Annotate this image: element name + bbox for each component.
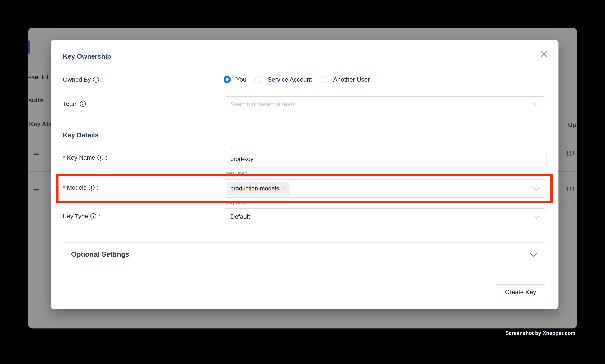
key-type-label: Key Type : (63, 213, 100, 220)
owned-by-label: Owned By : (63, 76, 103, 83)
close-icon[interactable] (540, 50, 548, 58)
watermark-text: Screenshot by Xnapper.com (505, 330, 575, 336)
key-type-selected-value: Default (230, 213, 250, 220)
remove-tag-icon[interactable]: × (282, 185, 286, 192)
info-icon (97, 155, 103, 161)
chevron-down-icon (533, 100, 540, 106)
optional-settings-label: Optional Settings (71, 250, 129, 259)
models-select[interactable]: production-models × (224, 179, 546, 198)
radio-selected-icon (224, 76, 231, 83)
radio-unselected-icon (321, 76, 328, 83)
info-icon (93, 77, 99, 83)
team-label-text: Team (63, 100, 78, 107)
create-key-button[interactable]: Create Key (495, 284, 546, 300)
team-label: Team : (63, 100, 90, 107)
key-type-select[interactable]: Default (224, 208, 546, 225)
team-select-placeholder: Search or select a team (230, 101, 296, 108)
owned-by-radio-group: You Service Account Another User (224, 76, 370, 83)
chevron-down-icon (533, 184, 540, 191)
label-colon: : (99, 213, 100, 220)
radio-label: Service Account (268, 76, 312, 83)
key-name-validation-message: required (226, 170, 248, 177)
screenshot-canvas: eset Filt sults Key Alia Up 11/ 11/ Key … (0, 0, 605, 364)
radio-option-you[interactable]: You (224, 76, 246, 83)
models-validation-message: required (226, 199, 248, 206)
label-colon: : (101, 76, 103, 83)
info-icon (89, 185, 95, 191)
label-colon: : (97, 184, 99, 191)
label-colon: : (106, 154, 107, 161)
chevron-down-icon (533, 213, 540, 219)
section-title-key-ownership: Key Ownership (63, 52, 111, 60)
optional-settings-toggle[interactable]: Optional Settings (63, 242, 546, 266)
models-label-text: Models (67, 184, 87, 191)
selected-model-tag: production-models × (227, 182, 290, 195)
key-type-label-text: Key Type (63, 213, 88, 220)
team-select[interactable]: Search or select a team (224, 96, 546, 112)
key-name-input[interactable] (224, 151, 546, 168)
info-icon (90, 213, 96, 219)
radio-unselected-icon (255, 76, 262, 83)
key-name-label-text: Key Name (67, 154, 95, 161)
create-key-modal: Key Ownership Owned By : You Service Acc… (51, 40, 558, 309)
radio-option-another-user[interactable]: Another User (321, 76, 370, 83)
radio-label: Another User (333, 76, 370, 83)
required-asterisk: * (63, 184, 65, 191)
required-asterisk: * (63, 154, 65, 161)
models-label: * Models : (63, 184, 99, 191)
owned-by-label-text: Owned By (63, 76, 91, 83)
radio-label: You (236, 76, 246, 83)
key-name-label: * Key Name : (63, 154, 107, 161)
selected-model-tag-label: production-models (230, 185, 279, 192)
section-title-key-details: Key Details (63, 131, 99, 139)
radio-option-service-account[interactable]: Service Account (255, 76, 312, 83)
label-colon: : (88, 100, 90, 107)
chevron-down-icon (529, 249, 537, 257)
create-key-button-label: Create Key (505, 289, 536, 296)
info-icon (80, 101, 86, 107)
